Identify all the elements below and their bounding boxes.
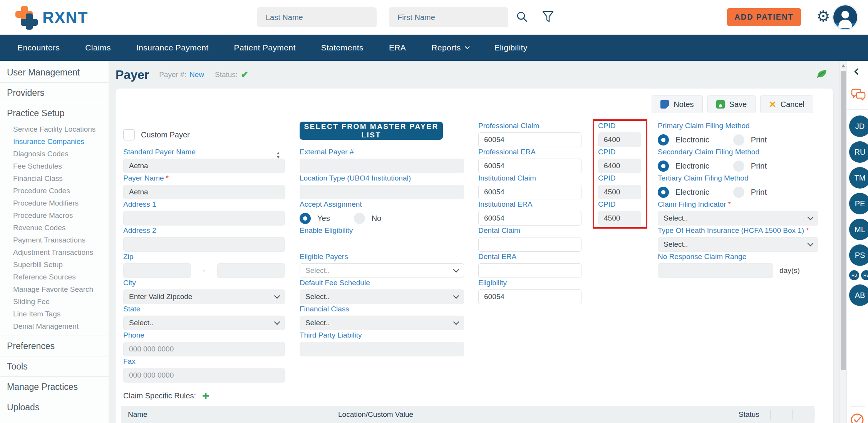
nav-era[interactable]: ERA xyxy=(376,43,419,52)
sidebar-item-sliding-fee[interactable]: Sliding Fee xyxy=(0,296,109,308)
sidebar-item-uploads[interactable]: Uploads xyxy=(0,397,109,417)
chat-bubbles-icon[interactable] xyxy=(851,87,866,104)
primary-print-radio[interactable] xyxy=(733,134,744,145)
rxnt-logo[interactable]: RXNT xyxy=(15,6,88,30)
institutional-era-input[interactable] xyxy=(478,211,581,226)
secondary-print-radio[interactable] xyxy=(733,161,744,172)
nav-encounters[interactable]: Encounters xyxy=(5,43,72,52)
spinner-stepper[interactable]: ▲ ▼ xyxy=(276,151,280,159)
address1-input[interactable] xyxy=(123,211,285,226)
financial-class-select[interactable]: Select.. xyxy=(300,316,464,330)
avatar-pe[interactable]: PE xyxy=(849,193,868,214)
zip-plus4-input[interactable] xyxy=(217,263,285,278)
column-header-status[interactable]: Status xyxy=(739,410,770,419)
sidebar-item-user-management[interactable]: User Management xyxy=(0,62,109,82)
state-select[interactable]: Select.. xyxy=(123,316,285,330)
professional-claim-input[interactable] xyxy=(478,132,581,147)
cpid1-input[interactable] xyxy=(598,132,641,147)
tertiary-electronic-radio[interactable] xyxy=(658,187,669,198)
cancel-button[interactable]: × Cancel xyxy=(760,95,813,113)
scrollbar-up-arrow[interactable] xyxy=(841,64,845,67)
avatar-ab[interactable]: AB xyxy=(849,284,868,306)
institutional-claim-input[interactable] xyxy=(478,185,581,199)
location-type-input[interactable] xyxy=(300,185,464,199)
sidebar-item-financial-class[interactable]: Financial Class xyxy=(0,172,109,185)
avatar-ru[interactable]: RU xyxy=(849,141,868,163)
phone-input[interactable] xyxy=(123,342,285,356)
accept-assignment-yes-radio[interactable] xyxy=(300,213,311,224)
sidebar-item-fee-schedules[interactable]: Fee Schedules xyxy=(0,160,109,172)
no-response-claim-range-input[interactable] xyxy=(658,263,773,278)
save-button[interactable]: Save xyxy=(707,95,756,113)
external-payer-input[interactable] xyxy=(300,159,464,173)
avatar-tm[interactable]: TM xyxy=(849,167,868,189)
first-name-input[interactable] xyxy=(389,7,508,27)
sidebar-item-service-facility-locations[interactable]: Service Facility Locations xyxy=(0,123,109,135)
nav-claims[interactable]: Claims xyxy=(72,43,124,52)
user-avatar[interactable] xyxy=(833,5,857,29)
gear-icon[interactable]: ⚙ xyxy=(816,8,830,24)
address2-input[interactable] xyxy=(123,237,285,252)
health-insurance-type-select[interactable]: Select.. xyxy=(658,237,818,252)
sidebar-item-payment-transactions[interactable]: Payment Transactions xyxy=(0,234,109,246)
sidebar-item-procedure-codes[interactable]: Procedure Codes xyxy=(0,185,109,197)
tertiary-print-radio[interactable] xyxy=(733,187,744,198)
spinner-down-icon[interactable]: ▼ xyxy=(276,155,280,159)
sidebar-item-preferences[interactable]: Preferences xyxy=(0,336,109,356)
search-icon[interactable] xyxy=(515,10,529,25)
nav-insurance-payment[interactable]: Insurance Payment xyxy=(124,43,221,52)
cpid4-input[interactable] xyxy=(598,211,641,226)
last-name-input[interactable] xyxy=(257,7,377,27)
sidebar-item-procedure-modifiers[interactable]: Procedure Modifiers xyxy=(0,197,109,209)
primary-electronic-radio[interactable] xyxy=(658,134,669,145)
eligible-payers-select[interactable]: Select.. xyxy=(300,263,464,278)
sidebar-item-reference-sources[interactable]: Reference Sources xyxy=(0,271,109,283)
sidebar-item-revenue-codes[interactable]: Revenue Codes xyxy=(0,222,109,234)
zip-input[interactable] xyxy=(123,263,191,278)
standard-payer-name-input[interactable] xyxy=(123,159,285,173)
default-fee-schedule-select[interactable]: Select.. xyxy=(300,289,464,304)
cpid3-input[interactable] xyxy=(598,185,641,199)
avatar-ps[interactable]: PS xyxy=(849,244,868,266)
collapse-panel-chevron-icon[interactable] xyxy=(855,69,861,75)
sidebar-item-adjustment-transactions[interactable]: Adjustment Transactions xyxy=(0,246,109,259)
payer-name-input[interactable] xyxy=(123,185,285,199)
add-patient-button[interactable]: ADD PATIENT xyxy=(727,8,801,26)
nav-reports[interactable]: Reports xyxy=(419,43,481,52)
filter-icon[interactable] xyxy=(541,10,555,25)
sidebar-item-providers[interactable]: Providers xyxy=(0,83,109,103)
third-party-liability-input[interactable] xyxy=(300,342,464,356)
sidebar-item-manage-practices[interactable]: Manage Practices xyxy=(0,377,109,397)
fax-input[interactable] xyxy=(123,368,285,383)
payer-number-value[interactable]: New xyxy=(189,70,204,79)
avatar-h3[interactable]: H3 xyxy=(849,270,859,280)
vertical-scrollbar[interactable] xyxy=(840,61,846,423)
nav-statements[interactable]: Statements xyxy=(308,43,376,52)
leaf-icon[interactable] xyxy=(816,69,828,81)
custom-payer-checkbox[interactable] xyxy=(123,129,135,140)
claim-filing-indicator-select[interactable]: Select.. xyxy=(658,211,818,226)
notes-button[interactable]: Notes xyxy=(652,95,702,113)
sidebar-item-tools[interactable]: Tools xyxy=(0,356,109,376)
sidebar-item-denial-management[interactable]: Denial Management xyxy=(0,320,109,333)
secondary-electronic-radio[interactable] xyxy=(658,161,669,172)
sidebar-item-diagnosis-codes[interactable]: Diagnosis Codes xyxy=(0,148,109,160)
cpid2-input[interactable] xyxy=(598,159,641,173)
sidebar-item-practice-setup[interactable]: Practice Setup xyxy=(0,103,109,123)
nav-eligibility[interactable]: Eligibility xyxy=(482,43,540,52)
professional-era-input[interactable] xyxy=(478,159,581,173)
dental-claim-input[interactable] xyxy=(478,237,581,252)
sidebar-item-line-item-tags[interactable]: Line Item Tags xyxy=(0,308,109,320)
sidebar-item-manage-favorite-search[interactable]: Manage Favorite Search xyxy=(0,283,109,296)
accept-assignment-no-radio[interactable] xyxy=(354,213,365,224)
task-check-icon[interactable] xyxy=(850,413,865,423)
scrollbar-thumb[interactable] xyxy=(841,71,846,370)
sidebar-item-insurance-companies[interactable]: Insurance Companies xyxy=(0,135,109,148)
sidebar-item-procedure-macros[interactable]: Procedure Macros xyxy=(0,209,109,222)
column-header-location[interactable]: Location/Custom Value xyxy=(338,410,739,419)
select-master-payer-button[interactable]: SELECT FROM MASTER PAYER LIST xyxy=(300,122,443,140)
nav-patient-payment[interactable]: Patient Payment xyxy=(221,43,308,52)
avatar-jd[interactable]: JD xyxy=(849,115,868,137)
avatar-h7[interactable]: H7 xyxy=(861,270,868,280)
eligibility-input[interactable] xyxy=(478,289,581,304)
